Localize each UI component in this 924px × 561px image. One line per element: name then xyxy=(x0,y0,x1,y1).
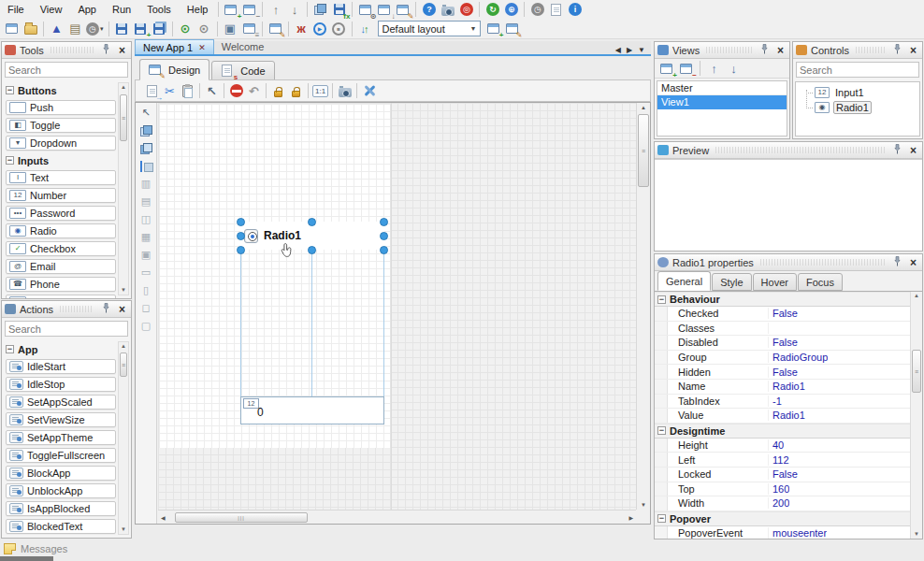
design-canvas[interactable]: Radio1 12 0 xyxy=(158,103,636,510)
close-tab-icon[interactable] xyxy=(198,43,206,52)
scrollbar-thumb[interactable] xyxy=(175,512,308,523)
pin-icon[interactable] xyxy=(100,44,112,56)
view-item-view1[interactable]: View1 xyxy=(657,95,787,109)
collapse-icon[interactable] xyxy=(657,514,666,523)
group-app[interactable]: App xyxy=(6,342,116,356)
action-item-unblockapp[interactable]: UnblockApp xyxy=(6,483,116,498)
action-item-togglefullscreen[interactable]: ToggleFullscreen xyxy=(6,448,116,463)
select-mode-icon[interactable]: ↖ xyxy=(203,82,221,100)
hierarchy-icon[interactable] xyxy=(311,1,329,19)
scrollbar-thumb[interactable] xyxy=(120,352,127,377)
scrollbar-thumb[interactable] xyxy=(120,94,127,141)
tool-item-text[interactable]: IText xyxy=(6,170,116,185)
layout-add-icon[interactable]: + xyxy=(484,20,502,37)
align-bottom-icon[interactable]: ▣ xyxy=(138,248,154,262)
collapse-icon[interactable] xyxy=(657,426,666,435)
tool-item-dropdown[interactable]: ▾Dropdown xyxy=(6,136,116,151)
property-row-tabindex[interactable]: TabIndex-1 xyxy=(655,395,910,410)
save-icon[interactable] xyxy=(113,20,131,37)
stop-app-icon[interactable]: ■ xyxy=(330,20,348,37)
properties-tab-focus[interactable]: Focus xyxy=(798,273,843,291)
property-row-checked[interactable]: CheckedFalse xyxy=(655,307,910,322)
pin-icon[interactable] xyxy=(891,256,903,268)
selection-handle-bottom-center[interactable] xyxy=(308,246,316,254)
fullscreen-icon[interactable]: ▣ xyxy=(222,20,239,37)
actions-scrollbar[interactable] xyxy=(118,341,129,535)
tools-scrollbar[interactable] xyxy=(118,82,129,295)
menu-file[interactable]: File xyxy=(0,1,32,18)
design-mode-icon[interactable]: ✎ xyxy=(146,61,164,79)
property-row-height[interactable]: Height40 xyxy=(655,439,910,453)
controls-search[interactable] xyxy=(796,62,919,78)
menu-run[interactable]: Run xyxy=(105,1,138,18)
send-backward-icon[interactable] xyxy=(138,141,154,155)
align-center-icon[interactable]: ▥ xyxy=(138,177,154,191)
tool-item-checkbox[interactable]: ✓Checkbox xyxy=(6,241,116,256)
save-as-icon[interactable]: + xyxy=(132,20,150,37)
property-section-behaviour[interactable]: Behaviour xyxy=(655,292,910,307)
close-icon[interactable] xyxy=(116,304,128,315)
canvas-vertical-scrollbar[interactable] xyxy=(636,103,650,510)
tool-item-search[interactable]: ⊙Search xyxy=(6,295,116,298)
form-edit-icon[interactable]: ✎ xyxy=(267,20,284,37)
support-camera-icon[interactable] xyxy=(439,1,456,19)
pin-icon[interactable] xyxy=(100,303,112,315)
deploy-icon[interactable]: ▲ xyxy=(48,20,65,37)
save-functions-icon[interactable]: fx xyxy=(330,1,348,19)
debug-icon[interactable]: ж xyxy=(293,20,310,37)
actions-search-input[interactable] xyxy=(6,322,127,336)
mode-tab-code[interactable]: sCode xyxy=(211,61,274,80)
paste-icon[interactable] xyxy=(179,82,196,100)
action-item-blockedtext[interactable]: BlockedText xyxy=(6,519,116,534)
new-project-icon[interactable]: + xyxy=(222,1,239,19)
canvas-number-control[interactable]: 12 0 xyxy=(240,396,384,424)
properties-tab-general[interactable]: General xyxy=(657,271,711,291)
info-icon[interactable]: i xyxy=(566,1,584,19)
menu-tools[interactable]: Tools xyxy=(139,1,179,18)
tabs-list-icon[interactable]: ▼ xyxy=(638,46,645,54)
sort-order-icon[interactable]: ↓↑ xyxy=(356,20,374,37)
selection-handle-mid-right[interactable] xyxy=(380,232,388,240)
align-right-icon[interactable]: ▤ xyxy=(138,194,154,209)
property-row-value[interactable]: ValueRadio1 xyxy=(655,409,910,424)
property-row-width[interactable]: Width200 xyxy=(655,496,910,511)
action-item-setappscaled[interactable]: SetAppScaled xyxy=(6,395,116,410)
action-item-setapptheme[interactable]: SetAppTheme xyxy=(6,430,116,445)
tool-item-radio[interactable]: ◉Radio xyxy=(6,223,116,238)
cut-icon[interactable]: ✂ xyxy=(161,82,179,100)
archive-icon[interactable]: ▤ xyxy=(66,20,84,37)
edit-window-icon[interactable]: ✎ xyxy=(394,1,411,19)
group-views[interactable]: Views xyxy=(6,537,116,538)
controls-search-input[interactable] xyxy=(797,63,918,77)
scroll-up-icon[interactable] xyxy=(119,342,128,351)
move-view-down-icon[interactable]: ↓ xyxy=(725,60,743,78)
dropdown-caret-icon[interactable]: ▾ xyxy=(100,25,104,33)
add-view-icon[interactable]: + xyxy=(657,60,675,78)
property-row-locked[interactable]: LockedFalse xyxy=(655,468,910,482)
recent-files-icon[interactable]: ◷▾ xyxy=(85,20,105,37)
group-buttons[interactable]: Buttons xyxy=(6,83,116,97)
scroll-down-icon[interactable] xyxy=(911,530,922,539)
bring-forward-icon[interactable] xyxy=(137,122,155,139)
layout-select[interactable]: Default layout xyxy=(378,21,481,36)
move-view-up-icon[interactable]: ↑ xyxy=(705,60,723,78)
lock-icon[interactable] xyxy=(269,82,287,100)
properties-scrollbar[interactable] xyxy=(910,292,922,539)
close-icon[interactable] xyxy=(907,257,919,268)
selection-handle-top-right[interactable] xyxy=(380,218,388,226)
scroll-down-icon[interactable] xyxy=(637,502,650,508)
align-middle-icon[interactable]: ▦ xyxy=(138,230,154,244)
open-project-icon[interactable] xyxy=(22,20,39,37)
action-item-idlestop[interactable]: IdleStop xyxy=(6,377,116,392)
scrollbar-thumb[interactable] xyxy=(912,350,921,393)
property-section-designtime[interactable]: Designtime xyxy=(655,424,910,439)
find-window-icon[interactable]: ⊙ xyxy=(356,1,374,19)
same-size-icon[interactable]: ◻ xyxy=(138,301,154,315)
property-section-popover[interactable]: Popover xyxy=(655,511,910,526)
property-row-popoverevent[interactable]: PopoverEventmouseenter xyxy=(655,526,910,539)
messages-tab[interactable]: Messages xyxy=(21,543,67,554)
run-app-icon[interactable]: ▶ xyxy=(311,20,329,37)
zoom-actual-icon[interactable]: 1:1 xyxy=(311,82,329,100)
disable-control-icon[interactable] xyxy=(227,82,245,100)
license-report-icon[interactable] xyxy=(547,1,565,19)
